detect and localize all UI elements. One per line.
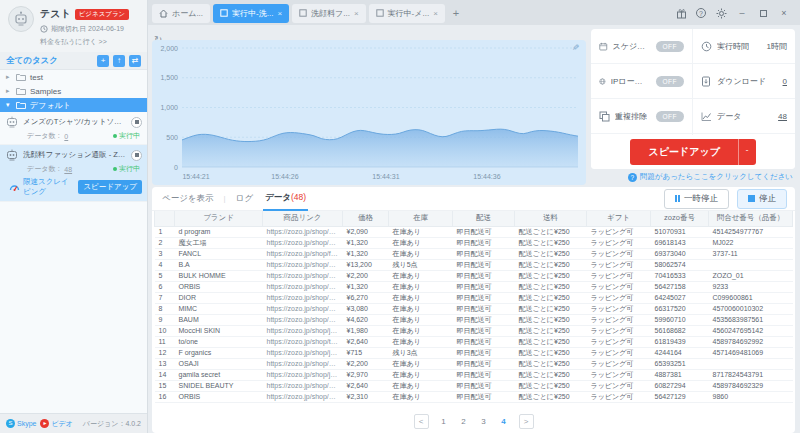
close-tab-icon[interactable]: × <box>354 9 359 18</box>
shipping-cell: 配送ごとに¥250 <box>515 369 587 380</box>
task-stop-button[interactable] <box>131 117 142 128</box>
table-row[interactable]: 5BULK HOMMEhttps://zozo.jp/shop/bulkho..… <box>155 270 793 281</box>
schedule-icon <box>599 41 608 52</box>
product-link-cell[interactable]: https://zozo.jp/shop/manyo... <box>263 237 343 248</box>
tab-log[interactable]: ログ <box>234 188 255 210</box>
folder-item-test[interactable]: ▸ test <box>0 70 147 84</box>
caret-icon[interactable]: ▸ <box>6 87 12 95</box>
help-row: ? 問題があったらここをクリックしてください <box>591 169 795 185</box>
tab-task-detail[interactable]: 洗顔料フ... × <box>292 4 366 23</box>
data-count-link[interactable]: 48 <box>778 112 787 121</box>
brand-cell: B.A <box>175 259 263 270</box>
skype-link[interactable]: S Skype <box>6 419 36 428</box>
tab-show-page[interactable]: ページを表示 <box>160 188 216 210</box>
table-row[interactable]: 12F organicshttps://zozo.jp/shop/jattach… <box>155 347 793 358</box>
table-row[interactable]: 14gamila secrethttps://zozo.jp/shop/jatt… <box>155 369 793 380</box>
pay-link[interactable]: 料金を払うに行く >> <box>40 37 139 47</box>
task-data-count[interactable]: 0 <box>64 133 68 140</box>
product-link-cell[interactable]: https://zozo.jp/shop/orbis/g... <box>263 281 343 292</box>
stock-cell: 在庫あり <box>389 314 453 325</box>
caret-icon[interactable]: ▾ <box>6 101 12 109</box>
table-row[interactable]: 1d programhttps://zozo.jp/shop/watas...¥… <box>155 226 793 237</box>
product-link-cell[interactable]: https://zozo.jp/shop/pola/g... <box>263 259 343 270</box>
minimize-icon[interactable]: – <box>736 7 748 19</box>
prev-page-button[interactable]: < <box>414 414 429 429</box>
product-link-cell[interactable]: https://zozo.jp/shop/toone/... <box>263 336 343 347</box>
schedule-off-pill[interactable]: OFF <box>656 41 685 52</box>
folder-item-samples[interactable]: ▸ Samples <box>0 84 147 98</box>
new-tab-button[interactable]: + <box>448 7 464 19</box>
delivery-cell: 即日配送可 <box>453 259 515 270</box>
table-row[interactable]: 11to/onehttps://zozo.jp/shop/toone/...¥2… <box>155 336 793 347</box>
table-row[interactable]: 6ORBIShttps://zozo.jp/shop/orbis/g...¥1,… <box>155 281 793 292</box>
product-link-cell[interactable]: https://zozo.jp/shop/watas... <box>263 314 343 325</box>
help-icon[interactable]: ? <box>696 8 706 18</box>
column-header: ブランド <box>175 211 263 226</box>
table-row[interactable]: 3FANCLhttps://zozo.jp/shop/fancl/g...¥1,… <box>155 248 793 259</box>
speedup-caret-icon[interactable]: ˇ <box>738 139 756 165</box>
table-row[interactable]: 8MIMChttps://zozo.jp/shop/mimc/...¥3,080… <box>155 303 793 314</box>
task-data-count[interactable]: 48 <box>64 166 72 173</box>
next-page-button[interactable]: > <box>519 414 534 429</box>
product-link-cell[interactable]: https://zozo.jp/shop/orbis/g... <box>263 391 343 402</box>
sidebar-empty-area <box>0 202 147 413</box>
restore-icon[interactable] <box>757 7 769 19</box>
tab-data[interactable]: データ(48) <box>263 187 308 211</box>
gift-icon[interactable] <box>675 7 687 19</box>
gear-icon[interactable] <box>715 7 727 19</box>
tab-running-task[interactable]: 実行中-洗... × <box>213 4 289 23</box>
table-row[interactable]: 15SNIDEL BEAUTYhttps://zozo.jp/shop/snid… <box>155 380 793 391</box>
dedupe-off-pill[interactable]: OFF <box>656 111 685 122</box>
y-axis-tick: 1,000 <box>160 104 178 111</box>
close-tab-icon[interactable]: × <box>433 9 438 18</box>
product-link-cell[interactable]: https://zozo.jp/shop/dior/go... <box>263 292 343 303</box>
trouble-help-link[interactable]: 問題があったらここをクリックしてください <box>640 172 793 182</box>
close-tab-icon[interactable]: × <box>277 9 282 18</box>
speedup-button[interactable]: スピードアップ ˇ <box>630 139 755 165</box>
table-row[interactable]: 13OSAJIhttps://zozo.jp/shop/osajig...¥2,… <box>155 358 793 369</box>
tab-home[interactable]: ホーム... <box>152 4 210 23</box>
video-link[interactable]: ▸ ビデオ <box>40 419 73 429</box>
table-row[interactable]: 2魔女工場https://zozo.jp/shop/manyo...¥1,320… <box>155 237 793 248</box>
gift-cell: ラッピング可 <box>587 347 651 358</box>
product-link-cell[interactable]: https://zozo.jp/shop/watas... <box>263 226 343 237</box>
caret-icon[interactable]: ▸ <box>6 73 12 81</box>
product-link-cell[interactable]: https://zozo.jp/shop/jattach... <box>263 347 343 358</box>
page-number-1[interactable]: 1 <box>439 417 449 426</box>
task-item-1[interactable]: メンズのTシャツ/カットソーファッション... データ数： 0 実行中 <box>0 112 147 145</box>
task-data-label: データ数： <box>27 164 62 174</box>
table-row[interactable]: 4B.Ahttps://zozo.jp/shop/pola/g...¥13,20… <box>155 259 793 270</box>
table-row[interactable]: 7DIORhttps://zozo.jp/shop/dior/go...¥6,2… <box>155 292 793 303</box>
edit-icon[interactable]: ✎ <box>572 43 580 53</box>
task-item-2[interactable]: 洗顔料ファッション通販 - ZOZOTOWN-ス.. データ数： 48 実行中 … <box>0 145 147 202</box>
sync-tasks-icon[interactable]: ⇄ <box>129 55 141 67</box>
product-link-cell[interactable]: https://zozo.jp/shop/jaywal... <box>263 325 343 336</box>
task-speedup-button[interactable]: スピードアップ <box>78 180 142 194</box>
product-link-cell[interactable]: https://zozo.jp/shop/bulkho... <box>263 270 343 281</box>
table-row[interactable]: 10MoccHi SKINhttps://zozo.jp/shop/jaywal… <box>155 325 793 336</box>
product-link-cell[interactable]: https://zozo.jp/shop/fancl/g... <box>263 248 343 259</box>
table-row[interactable]: 9BAUMhttps://zozo.jp/shop/watas...¥4,620… <box>155 314 793 325</box>
pause-button[interactable]: 一時停止 <box>664 189 730 209</box>
price-cell: ¥1,320 <box>343 248 389 259</box>
setting-label: スケジュール <box>613 41 651 52</box>
import-task-icon[interactable]: ↑ <box>113 55 125 67</box>
data-table: ブランド商品リンク価格在庫配送送料ギフトzozo番号問合せ番号（品番） 1d p… <box>154 211 793 403</box>
page-number-2[interactable]: 2 <box>459 417 469 426</box>
product-link-cell[interactable]: https://zozo.jp/shop/osajig... <box>263 358 343 369</box>
product-link-cell[interactable]: https://zozo.jp/shop/jattach... <box>263 369 343 380</box>
gift-cell: ラッピング可 <box>587 380 651 391</box>
close-icon[interactable]: × <box>778 7 790 19</box>
product-link-cell[interactable]: https://zozo.jp/shop/snidel... <box>263 380 343 391</box>
folder-item-default[interactable]: ▾ デフォルト <box>0 98 147 112</box>
page-number-3[interactable]: 3 <box>479 417 489 426</box>
table-row[interactable]: 16ORBIShttps://zozo.jp/shop/orbis/g...¥2… <box>155 391 793 402</box>
task-stop-button[interactable] <box>131 150 142 161</box>
download-count-link[interactable]: 0 <box>783 77 787 86</box>
stop-button[interactable]: 停止 <box>737 189 787 209</box>
tab-running-task-2[interactable]: 実行中-メ... × <box>369 4 445 23</box>
product-link-cell[interactable]: https://zozo.jp/shop/mimc/... <box>263 303 343 314</box>
page-number-4[interactable]: 4 <box>499 417 509 426</box>
ip-rotation-off-pill[interactable]: OFF <box>656 76 685 87</box>
add-task-icon[interactable]: + <box>97 55 109 67</box>
